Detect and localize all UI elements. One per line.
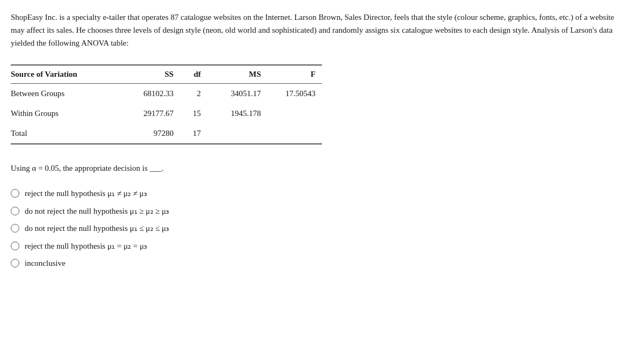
col-header-f: F — [267, 65, 322, 84]
radio-button-3[interactable] — [11, 224, 19, 233]
cell-df: 17 — [180, 124, 207, 144]
decision-prompt: Using α = 0.05, the appropriate decision… — [11, 162, 628, 175]
option-label-2: do not reject the null hypothesis μ₁ ≥ μ… — [25, 205, 169, 218]
col-header-ms: MS — [207, 65, 267, 84]
cell-f — [267, 124, 322, 144]
radio-button-5[interactable] — [11, 259, 19, 267]
option-label-4: reject the null hypothesis μ₁ = μ₂ = μ₃ — [25, 240, 147, 252]
radio-button-2[interactable] — [11, 207, 19, 215]
intro-paragraph: ShopEasy Inc. is a specialty e-tailer th… — [11, 11, 623, 49]
cell-ms: 34051.17 — [207, 84, 267, 104]
table-row: Total9728017 — [11, 124, 322, 144]
table-row: Within Groups29177.67151945.178 — [11, 104, 322, 124]
cell-f: 17.50543 — [267, 84, 322, 104]
cell-f — [267, 104, 322, 124]
anova-table: Source of Variation SS df MS F Between G… — [11, 64, 322, 144]
answer-option-1[interactable]: reject the null hypothesis μ₁ ≠ μ₂ ≠ μ₃ — [11, 187, 628, 200]
radio-button-1[interactable] — [11, 189, 19, 198]
option-label-1: reject the null hypothesis μ₁ ≠ μ₂ ≠ μ₃ — [25, 187, 147, 200]
cell-df: 2 — [180, 84, 207, 104]
table-header-row: Source of Variation SS df MS F — [11, 65, 322, 84]
answer-option-2[interactable]: do not reject the null hypothesis μ₁ ≥ μ… — [11, 205, 628, 218]
radio-button-4[interactable] — [11, 242, 19, 250]
col-header-source: Source of Variation — [11, 65, 120, 84]
cell-ms — [207, 124, 267, 144]
table-row: Between Groups68102.33234051.1717.50543 — [11, 84, 322, 104]
cell-ms: 1945.178 — [207, 104, 267, 124]
cell-ss: 68102.33 — [120, 84, 180, 104]
answer-option-3[interactable]: do not reject the null hypothesis μ₁ ≤ μ… — [11, 222, 628, 235]
cell-source: Between Groups — [11, 84, 120, 104]
answer-options: reject the null hypothesis μ₁ ≠ μ₂ ≠ μ₃d… — [11, 187, 628, 270]
answer-option-5[interactable]: inconclusive — [11, 257, 628, 270]
col-header-df: df — [180, 65, 207, 84]
cell-df: 15 — [180, 104, 207, 124]
option-label-3: do not reject the null hypothesis μ₁ ≤ μ… — [25, 222, 169, 235]
cell-ss: 29177.67 — [120, 104, 180, 124]
cell-source: Within Groups — [11, 104, 120, 124]
option-label-5: inconclusive — [25, 257, 65, 270]
col-header-ss: SS — [120, 65, 180, 84]
cell-source: Total — [11, 124, 120, 144]
answer-option-4[interactable]: reject the null hypothesis μ₁ = μ₂ = μ₃ — [11, 240, 628, 252]
cell-ss: 97280 — [120, 124, 180, 144]
